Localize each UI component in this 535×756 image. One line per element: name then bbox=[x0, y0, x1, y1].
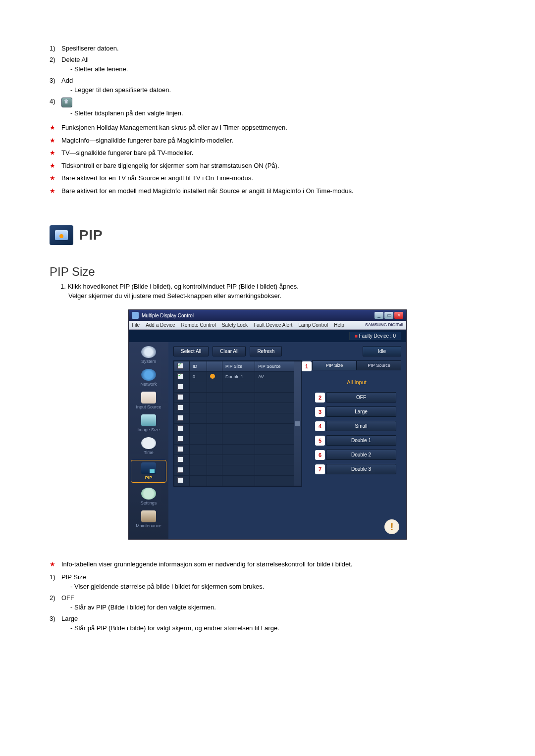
sidebar-item-pip[interactable]: PIP bbox=[131, 460, 166, 483]
table-row bbox=[174, 413, 302, 424]
option-double1[interactable]: Double 1 bbox=[326, 435, 396, 446]
option-large[interactable]: Large bbox=[326, 406, 396, 417]
row-checkbox[interactable] bbox=[177, 373, 183, 379]
sub-item: Slår av PIP (Bilde i bilde) for den valg… bbox=[70, 604, 485, 611]
settings-icon bbox=[141, 488, 156, 500]
clear-all-button[interactable]: Clear All bbox=[213, 346, 246, 356]
subsection-heading: PIP Size bbox=[50, 265, 485, 279]
device-table: ID PIP Size PIP Source 0 Double 1 AV bbox=[173, 360, 302, 487]
sidebar-item-network[interactable]: Network bbox=[129, 369, 168, 387]
sub-item: Sletter alle feriene. bbox=[70, 65, 485, 73]
table-row bbox=[174, 403, 302, 413]
sub-item: Legger til den spesifiserte datoen. bbox=[70, 86, 485, 94]
scrollbar[interactable] bbox=[294, 361, 302, 486]
minimize-button[interactable]: _ bbox=[374, 312, 383, 319]
sidebar-item-system[interactable]: System bbox=[129, 346, 168, 364]
brand-label: SAMSUNG DIGITall bbox=[365, 322, 403, 328]
table-row bbox=[174, 455, 302, 465]
table-row bbox=[174, 434, 302, 445]
note: TV—signalkilde fungerer bare på TV-model… bbox=[50, 148, 485, 158]
menubar: File Add a Device Remote Control Safety … bbox=[129, 321, 406, 330]
maintenance-icon bbox=[141, 510, 156, 522]
tab-pip-size[interactable]: 1 PIP Size bbox=[312, 360, 357, 370]
note: Tidskontroll er bare tilgjengelig for sk… bbox=[50, 161, 485, 171]
marker-1: 1 bbox=[302, 361, 312, 371]
toolbar: Select All Clear All Refresh Idle bbox=[173, 346, 401, 356]
note: MagicInfo—signalkilde fungerer bare på M… bbox=[50, 136, 485, 146]
list-item: 1)PIP Size Viser gjeldende størrelse på … bbox=[50, 573, 485, 590]
table-row bbox=[174, 382, 302, 393]
option-double2[interactable]: Double 2 bbox=[326, 450, 396, 460]
sidebar-item-settings[interactable]: Settings bbox=[129, 488, 168, 505]
marker-4: 4 bbox=[315, 421, 325, 431]
idle-button[interactable]: Idle bbox=[363, 346, 401, 356]
close-button[interactable]: × bbox=[394, 312, 403, 319]
sub-item: Slår på PIP (Bilde i bilde) for valgt sk… bbox=[70, 624, 485, 632]
faulty-device-badge: Faulty Device : 0 bbox=[349, 332, 401, 340]
table-row bbox=[174, 445, 302, 455]
trash-icon bbox=[61, 98, 72, 107]
list-item: 2)OFF Slår av PIP (Bilde i bilde) for de… bbox=[50, 594, 485, 611]
marker-3: 3 bbox=[315, 407, 325, 417]
mdc-window: Multiple Display Control _ ▭ × File Add … bbox=[128, 309, 407, 540]
intro-text: 1. Klikk hovedikonet PIP (Bilde i bildet… bbox=[60, 283, 485, 300]
sidebar-item-time[interactable]: Time bbox=[129, 437, 168, 455]
option-small[interactable]: Small bbox=[326, 421, 396, 431]
sidebar: System Network Input Source Image Size T… bbox=[129, 342, 168, 539]
marker-7: 7 bbox=[315, 464, 325, 474]
menu-fault[interactable]: Fault Device Alert bbox=[254, 322, 292, 328]
star-notes-top: Funksjonen Holiday Management kan skrus … bbox=[50, 123, 485, 196]
menu-remote[interactable]: Remote Control bbox=[181, 322, 216, 328]
sidebar-item-maintenance[interactable]: Maintenance bbox=[129, 510, 168, 528]
col-status bbox=[207, 361, 222, 372]
table-row bbox=[174, 393, 302, 403]
refresh-button[interactable]: Refresh bbox=[250, 346, 282, 356]
input-source-icon bbox=[141, 392, 156, 403]
col-id[interactable]: ID bbox=[190, 361, 207, 372]
list-item: 3)Large Slår på PIP (Bilde i bilde) for … bbox=[50, 615, 485, 632]
status-banner: Faulty Device : 0 bbox=[129, 330, 406, 342]
header-checkbox[interactable] bbox=[177, 363, 183, 369]
network-icon bbox=[141, 369, 156, 381]
bottom-numbered-list: 1)PIP Size Viser gjeldende størrelse på … bbox=[50, 573, 485, 632]
list-item: 1)Spesifiserer datoen. bbox=[50, 45, 485, 52]
menu-lamp[interactable]: Lamp Control bbox=[298, 322, 328, 328]
list-item: 4) Sletter tidsplanen på den valgte linj… bbox=[50, 98, 485, 117]
pip-heading: PIP bbox=[79, 227, 103, 243]
menu-file[interactable]: File bbox=[132, 322, 140, 328]
table-row[interactable]: 0 Double 1 AV bbox=[174, 372, 302, 382]
all-input-label: All Input bbox=[312, 379, 401, 385]
menu-add-device[interactable]: Add a Device bbox=[146, 322, 175, 328]
marker-5: 5 bbox=[315, 436, 325, 446]
pip-icon bbox=[50, 225, 73, 245]
option-double3[interactable]: Double 3 bbox=[326, 464, 396, 474]
time-icon bbox=[141, 437, 156, 449]
status-dot-icon bbox=[210, 374, 215, 379]
note: Info-tabellen viser grunnleggende inform… bbox=[50, 559, 485, 569]
col-pip-size[interactable]: PIP Size bbox=[222, 361, 255, 372]
sub-item: Viser gjeldende størrelse på bilde i bil… bbox=[70, 583, 485, 590]
top-numbered-list: 1)Spesifiserer datoen. 2)Delete All Slet… bbox=[50, 45, 485, 117]
pip-section-header: PIP bbox=[50, 225, 485, 245]
maximize-button[interactable]: ▭ bbox=[384, 312, 393, 319]
select-all-button[interactable]: Select All bbox=[173, 346, 209, 356]
list-item: 2)Delete All Sletter alle feriene. bbox=[50, 56, 485, 73]
menu-safety[interactable]: Safety Lock bbox=[222, 322, 248, 328]
system-icon bbox=[141, 346, 156, 358]
list-item: 3)Add Legger til den spesifiserte datoen… bbox=[50, 77, 485, 94]
image-size-icon bbox=[141, 414, 156, 426]
pip-sidebar-icon bbox=[141, 462, 156, 474]
tab-pip-source[interactable]: PIP Source bbox=[357, 360, 401, 370]
sidebar-item-input-source[interactable]: Input Source bbox=[129, 392, 168, 409]
col-pip-source[interactable]: PIP Source bbox=[255, 361, 294, 372]
marker-2: 2 bbox=[315, 393, 325, 403]
marker-6: 6 bbox=[315, 450, 325, 460]
note: Bare aktivert for en modell med MagicInf… bbox=[50, 186, 485, 196]
app-icon bbox=[132, 312, 139, 319]
note: Funksjonen Holiday Management kan skrus … bbox=[50, 123, 485, 133]
menu-help[interactable]: Help bbox=[334, 322, 344, 328]
note: Bare aktivert for en TV når Source er an… bbox=[50, 173, 485, 183]
table-header-row: ID PIP Size PIP Source bbox=[174, 361, 302, 372]
sidebar-item-image-size[interactable]: Image Size bbox=[129, 414, 168, 432]
option-off[interactable]: OFF bbox=[326, 392, 396, 403]
